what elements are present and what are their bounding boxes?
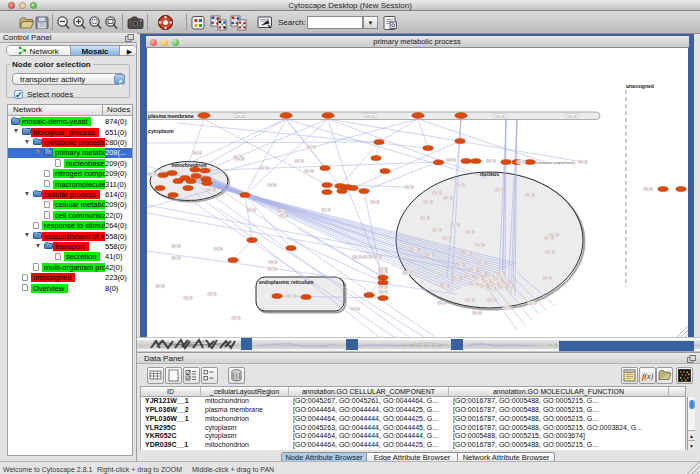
svg-text:(low id): (low id) bbox=[462, 251, 471, 255]
svg-text:(low id): (low id) bbox=[378, 290, 387, 294]
svg-text:(low id): (low id) bbox=[362, 255, 371, 259]
svg-text:(low id): (low id) bbox=[402, 271, 411, 275]
svg-text:(low id): (low id) bbox=[495, 114, 504, 118]
svg-text:(low id): (low id) bbox=[268, 260, 277, 264]
svg-text:(low id): (low id) bbox=[516, 160, 525, 164]
svg-text:(low id): (low id) bbox=[259, 166, 268, 170]
svg-text:(low id): (low id) bbox=[505, 283, 514, 287]
svg-text:(low id): (low id) bbox=[542, 276, 551, 280]
svg-text:(low id): (low id) bbox=[321, 208, 330, 212]
svg-text:(low id): (low id) bbox=[306, 145, 315, 149]
svg-text:(low id): (low id) bbox=[425, 253, 434, 257]
svg-text:(low id): (low id) bbox=[437, 301, 446, 305]
svg-text:(low id): (low id) bbox=[420, 216, 429, 220]
svg-text:(low id): (low id) bbox=[147, 172, 156, 176]
svg-text:(low id): (low id) bbox=[352, 255, 361, 259]
svg-text:(low id): (low id) bbox=[544, 236, 553, 240]
svg-text:mitochondrion: mitochondrion bbox=[172, 162, 207, 168]
svg-text:endoplasmic reticulum: endoplasmic reticulum bbox=[259, 279, 314, 285]
svg-text:(low id): (low id) bbox=[455, 183, 464, 187]
svg-text:(low id): (low id) bbox=[171, 244, 180, 248]
svg-text:(low id): (low id) bbox=[304, 169, 313, 173]
svg-text:(low id): (low id) bbox=[469, 282, 478, 286]
svg-text:(low id): (low id) bbox=[277, 209, 286, 213]
svg-text:(low id): (low id) bbox=[155, 284, 164, 288]
svg-text:(low id): (low id) bbox=[267, 183, 276, 187]
svg-text:(low id): (low id) bbox=[527, 301, 536, 305]
svg-text:(low id): (low id) bbox=[432, 191, 441, 195]
svg-text:(low id): (low id) bbox=[378, 270, 387, 274]
svg-text:(low id): (low id) bbox=[452, 276, 461, 280]
svg-text:(low id): (low id) bbox=[465, 298, 474, 302]
svg-text:(low id): (low id) bbox=[487, 287, 496, 291]
svg-text:(low id): (low id) bbox=[495, 188, 504, 192]
svg-text:(low id): (low id) bbox=[192, 151, 201, 155]
svg-text:(low id): (low id) bbox=[423, 200, 432, 204]
svg-text:f(x): f(x) bbox=[642, 372, 653, 381]
svg-text:(low id): (low id) bbox=[643, 187, 652, 191]
svg-text:(low id): (low id) bbox=[502, 306, 511, 310]
svg-text:(low id): (low id) bbox=[455, 263, 464, 267]
svg-text:(low id): (low id) bbox=[350, 307, 359, 311]
svg-text:(low id): (low id) bbox=[235, 114, 244, 118]
svg-text:(low id): (low id) bbox=[432, 228, 441, 232]
svg-text:(low id): (low id) bbox=[171, 256, 180, 260]
svg-text:(low id): (low id) bbox=[446, 158, 455, 162]
svg-text:unassigned: unassigned bbox=[626, 83, 654, 89]
svg-text:(low id): (low id) bbox=[410, 248, 419, 252]
svg-text:(low id): (low id) bbox=[183, 296, 192, 300]
svg-text:(low id): (low id) bbox=[464, 274, 473, 278]
svg-text:(low id): (low id) bbox=[578, 160, 587, 164]
svg-text:cytoplasm: cytoplasm bbox=[148, 128, 174, 134]
svg-text:(low id): (low id) bbox=[477, 261, 486, 265]
svg-text:(low id): (low id) bbox=[486, 159, 495, 163]
svg-text:(low id): (low id) bbox=[370, 200, 379, 204]
svg-text:(low id): (low id) bbox=[378, 285, 387, 289]
svg-text:(low id): (low id) bbox=[246, 208, 255, 212]
svg-text:(low id): (low id) bbox=[443, 196, 452, 200]
svg-text:(low id): (low id) bbox=[475, 243, 484, 247]
svg-text:(low id): (low id) bbox=[450, 223, 459, 227]
svg-text:(low id): (low id) bbox=[231, 316, 240, 320]
svg-text:(low id): (low id) bbox=[213, 247, 222, 251]
svg-text:(low id): (low id) bbox=[267, 267, 276, 271]
svg-text:(low id): (low id) bbox=[279, 214, 288, 218]
svg-text:(low id): (low id) bbox=[365, 114, 374, 118]
svg-text:(low id): (low id) bbox=[404, 185, 413, 189]
svg-text:(low id): (low id) bbox=[525, 193, 534, 197]
svg-text:nucleus: nucleus bbox=[480, 171, 499, 177]
svg-text:(low id): (low id) bbox=[235, 157, 244, 161]
svg-text:(low id): (low id) bbox=[286, 294, 295, 298]
svg-text:(low id): (low id) bbox=[440, 283, 449, 287]
svg-text:(low id): (low id) bbox=[487, 298, 496, 302]
svg-text:(low id): (low id) bbox=[206, 188, 215, 192]
svg-text:(low id): (low id) bbox=[294, 159, 303, 163]
svg-text:no annotation assigned here(s): no annotation assigned here(s) bbox=[534, 161, 575, 165]
svg-text:(low id): (low id) bbox=[545, 250, 554, 254]
svg-text:(low id): (low id) bbox=[472, 311, 481, 315]
svg-text:(low id): (low id) bbox=[465, 230, 474, 234]
svg-text:(low id): (low id) bbox=[372, 255, 381, 259]
svg-text:(low id): (low id) bbox=[496, 272, 505, 276]
svg-text:(low id): (low id) bbox=[442, 236, 451, 240]
svg-text:(low id): (low id) bbox=[567, 114, 576, 118]
svg-text:(low id): (low id) bbox=[207, 292, 216, 296]
svg-text:plasma membrane: plasma membrane bbox=[148, 113, 194, 119]
